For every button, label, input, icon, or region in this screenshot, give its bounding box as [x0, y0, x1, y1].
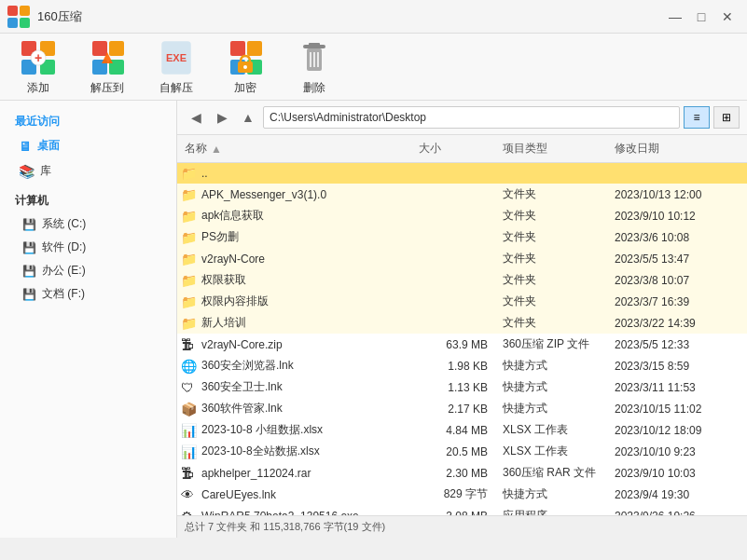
file-icon: 📦: [181, 402, 198, 417]
file-name-cell: 🗜apkhelper_112024.rar: [177, 465, 411, 482]
file-type: 文件夹: [495, 207, 607, 225]
table-row[interactable]: 📁PS勿删文件夹2023/3/6 10:08: [177, 226, 747, 248]
forward-button[interactable]: ▶: [211, 107, 233, 128]
encrypt-label: 加密: [234, 80, 256, 96]
toolbar-delete-button[interactable]: 删除: [291, 37, 338, 96]
file-name: CareUEyes.lnk: [201, 488, 276, 501]
file-size: 1.13 KB: [411, 380, 495, 395]
file-icon: 📁: [181, 252, 198, 266]
file-name-cell: 🌐360安全浏览器.lnk: [177, 357, 411, 375]
table-row[interactable]: 📁权限获取文件夹2023/3/8 10:07: [177, 269, 747, 291]
file-name: apk信息获取: [201, 208, 264, 224]
table-row[interactable]: 🗜apkhelper_112024.rar2.30 MB360压缩 RAR 文件…: [177, 462, 747, 484]
status-bar: 总计 7 文件夹 和 115,318,766 字节(19 文件): [177, 515, 747, 538]
file-size: [411, 301, 495, 303]
sidebar-disk-c[interactable]: 💾 系统 (C:): [0, 212, 176, 236]
sidebar-desktop[interactable]: 🖥 桌面: [0, 133, 176, 158]
table-row[interactable]: 📊2023-10-8 小组数据.xlsx4.84 MBXLSX 工作表2023/…: [177, 419, 747, 441]
table-row[interactable]: 📁apk信息获取文件夹2023/9/10 10:12: [177, 205, 747, 226]
disk-d-icon: 💾: [22, 241, 36, 254]
file-name-cell: 📁权限获取: [177, 271, 411, 289]
file-modified: 2023/10/13 12:00: [607, 187, 747, 202]
file-type: 应用程序: [495, 507, 607, 515]
file-type: XLSX 工作表: [495, 421, 607, 439]
sidebar-library[interactable]: 📚 库: [0, 158, 176, 184]
file-modified: 2023/3/22 14:39: [607, 316, 747, 331]
close-button[interactable]: ✕: [715, 7, 740, 27]
table-row[interactable]: 📁APK_Messenger_v3(1).0文件夹2023/10/13 12:0…: [177, 184, 747, 205]
sidebar-disk-d[interactable]: 💾 软件 (D:): [0, 236, 176, 259]
file-name: PS勿删: [201, 229, 239, 245]
table-row[interactable]: 🗜v2rayN-Core.zip63.9 MB360压缩 ZIP 文件2023/…: [177, 334, 747, 355]
table-row[interactable]: 📊2023-10-8全站数据.xlsx20.5 MBXLSX 工作表2023/1…: [177, 441, 747, 462]
svg-rect-1: [20, 6, 30, 16]
col-size[interactable]: 大小: [411, 139, 495, 158]
file-icon: 🗜: [181, 337, 198, 352]
svg-text:EXE: EXE: [166, 52, 187, 63]
sidebar-library-label: 库: [40, 163, 51, 179]
file-icon: 🗜: [181, 466, 198, 481]
file-name-cell: 🗜v2rayN-Core.zip: [177, 336, 411, 353]
file-modified: 2023/9/4 19:30: [607, 487, 747, 502]
title-bar: 160压缩 — □ ✕: [0, 0, 747, 34]
file-modified: 2023/5/5 12:33: [607, 337, 747, 352]
col-modified[interactable]: 修改日期: [607, 139, 747, 158]
view-grid-button[interactable]: ⊞: [713, 106, 740, 129]
table-row[interactable]: 📁v2rayN-Core文件夹2023/5/5 13:47: [177, 248, 747, 269]
file-name: 2023-10-8 小组数据.xlsx: [201, 422, 323, 438]
table-row[interactable]: 📁新人培训文件夹2023/3/22 14:39: [177, 312, 747, 334]
toolbar-self-extract-button[interactable]: EXE 自解压: [153, 37, 200, 96]
file-name: 360安全卫士.lnk: [201, 379, 283, 395]
table-row[interactable]: 📁权限内容排版文件夹2023/3/7 16:39: [177, 291, 747, 312]
file-modified: 2023/3/6 10:08: [607, 230, 747, 245]
maximize-button[interactable]: □: [689, 7, 713, 27]
file-name-cell: 📦360软件管家.lnk: [177, 400, 411, 417]
minimize-button[interactable]: —: [663, 7, 687, 27]
file-size: [411, 322, 495, 324]
self-extract-label: 自解压: [159, 80, 193, 96]
window-controls: — □ ✕: [663, 7, 740, 27]
disk-e-icon: 💾: [22, 265, 36, 278]
file-modified: 2023/9/10 10:03: [607, 466, 747, 481]
file-area: ◀ ▶ ▲ ≡ ⊞ 名称 ▲ 大小 项目类型 修改日期 📁..📁APK_Mess…: [177, 101, 747, 538]
sidebar-desktop-label: 桌面: [37, 138, 60, 154]
toolbar-encrypt-button[interactable]: 加密: [222, 37, 269, 96]
svg-rect-28: [309, 43, 320, 47]
file-icon: ⚙: [181, 509, 198, 516]
toolbar: + 添加 解压到 EXE 自解压: [0, 34, 747, 101]
file-name-cell: 📁新人培训: [177, 314, 411, 332]
sidebar-disk-e[interactable]: 💾 办公 (E:): [0, 259, 176, 282]
toolbar-extract-button[interactable]: 解压到: [84, 37, 131, 96]
file-icon: 🛡: [181, 380, 198, 395]
file-modified: 2023/9/26 19:26: [607, 509, 747, 516]
table-row[interactable]: 🛡360安全卫士.lnk1.13 KB快捷方式2023/3/11 11:53: [177, 376, 747, 398]
col-name[interactable]: 名称 ▲: [177, 139, 411, 158]
file-modified: 2023/10/12 18:09: [607, 423, 747, 438]
file-icon: 📁: [181, 273, 198, 288]
sidebar-disk-f[interactable]: 💾 文档 (F:): [0, 282, 176, 306]
table-row[interactable]: 👁CareUEyes.lnk829 字节快捷方式2023/9/4 19:30: [177, 484, 747, 505]
sidebar-recent[interactable]: 最近访问: [0, 108, 176, 133]
file-type: XLSX 工作表: [495, 443, 607, 460]
file-modified: 2023/3/11 11:53: [607, 380, 747, 395]
file-size: 829 字节: [411, 485, 495, 503]
svg-rect-18: [247, 41, 262, 56]
library-icon: 📚: [19, 164, 35, 179]
table-row[interactable]: ⚙WinRAR5.70beta2_139516.exe3.08 MB应用程序20…: [177, 505, 747, 515]
col-type[interactable]: 项目类型: [495, 139, 607, 158]
table-row[interactable]: 🌐360安全浏览器.lnk1.98 KB快捷方式2023/3/15 8:59: [177, 355, 747, 376]
extract-icon: [85, 37, 130, 78]
table-row[interactable]: 📁..: [177, 163, 747, 184]
sidebar-computer-section: 计算机: [0, 187, 176, 212]
toolbar-add-button[interactable]: + 添加: [15, 37, 62, 96]
view-list-button[interactable]: ≡: [684, 106, 710, 129]
back-button[interactable]: ◀: [185, 107, 207, 128]
file-list: 📁..📁APK_Messenger_v3(1).0文件夹2023/10/13 1…: [177, 163, 747, 515]
self-extract-icon: EXE: [154, 37, 199, 78]
file-name: APK_Messenger_v3(1).0: [201, 188, 326, 201]
file-name-cell: 📊2023-10-8全站数据.xlsx: [177, 443, 411, 460]
disk-f-icon: 💾: [22, 288, 36, 301]
up-button[interactable]: ▲: [237, 107, 259, 128]
address-input[interactable]: [263, 106, 680, 129]
table-row[interactable]: 📦360软件管家.lnk2.17 KB快捷方式2023/10/15 11:02: [177, 398, 747, 419]
